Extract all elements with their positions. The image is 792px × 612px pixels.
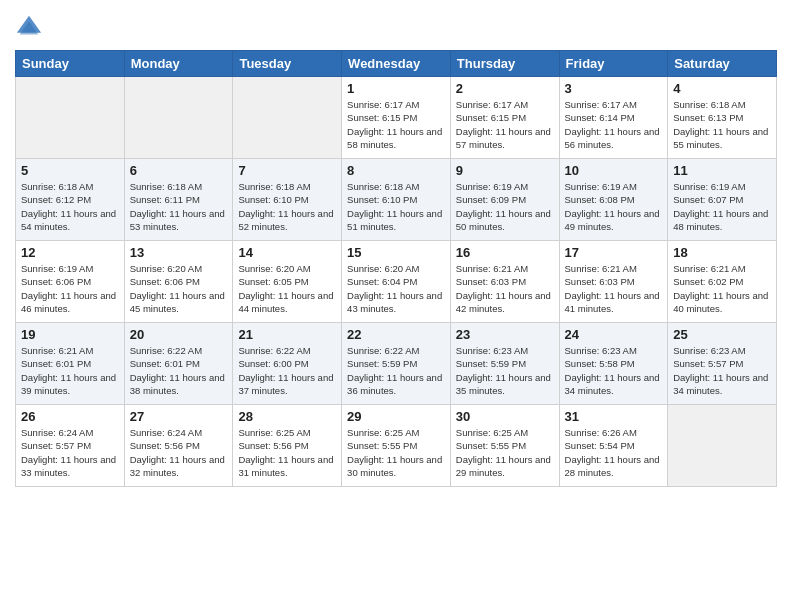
calendar-cell: 18Sunrise: 6:21 AMSunset: 6:02 PMDayligh…	[668, 241, 777, 323]
calendar-cell: 3Sunrise: 6:17 AMSunset: 6:14 PMDaylight…	[559, 77, 668, 159]
day-info: Sunrise: 6:22 AMSunset: 6:01 PMDaylight:…	[130, 344, 228, 397]
day-info: Sunrise: 6:18 AMSunset: 6:11 PMDaylight:…	[130, 180, 228, 233]
calendar-cell: 15Sunrise: 6:20 AMSunset: 6:04 PMDayligh…	[342, 241, 451, 323]
day-number: 21	[238, 327, 336, 342]
day-info: Sunrise: 6:21 AMSunset: 6:01 PMDaylight:…	[21, 344, 119, 397]
day-number: 13	[130, 245, 228, 260]
day-info: Sunrise: 6:25 AMSunset: 5:56 PMDaylight:…	[238, 426, 336, 479]
calendar-week-row: 26Sunrise: 6:24 AMSunset: 5:57 PMDayligh…	[16, 405, 777, 487]
day-number: 4	[673, 81, 771, 96]
calendar-cell: 13Sunrise: 6:20 AMSunset: 6:06 PMDayligh…	[124, 241, 233, 323]
day-number: 19	[21, 327, 119, 342]
day-number: 23	[456, 327, 554, 342]
day-info: Sunrise: 6:23 AMSunset: 5:57 PMDaylight:…	[673, 344, 771, 397]
calendar-cell: 17Sunrise: 6:21 AMSunset: 6:03 PMDayligh…	[559, 241, 668, 323]
calendar-cell: 29Sunrise: 6:25 AMSunset: 5:55 PMDayligh…	[342, 405, 451, 487]
day-number: 12	[21, 245, 119, 260]
day-info: Sunrise: 6:20 AMSunset: 6:05 PMDaylight:…	[238, 262, 336, 315]
day-number: 22	[347, 327, 445, 342]
day-info: Sunrise: 6:17 AMSunset: 6:15 PMDaylight:…	[456, 98, 554, 151]
calendar-cell: 31Sunrise: 6:26 AMSunset: 5:54 PMDayligh…	[559, 405, 668, 487]
day-info: Sunrise: 6:21 AMSunset: 6:03 PMDaylight:…	[565, 262, 663, 315]
day-number: 17	[565, 245, 663, 260]
calendar-cell: 8Sunrise: 6:18 AMSunset: 6:10 PMDaylight…	[342, 159, 451, 241]
day-info: Sunrise: 6:19 AMSunset: 6:07 PMDaylight:…	[673, 180, 771, 233]
day-info: Sunrise: 6:21 AMSunset: 6:03 PMDaylight:…	[456, 262, 554, 315]
calendar-cell: 24Sunrise: 6:23 AMSunset: 5:58 PMDayligh…	[559, 323, 668, 405]
calendar-cell: 26Sunrise: 6:24 AMSunset: 5:57 PMDayligh…	[16, 405, 125, 487]
calendar-cell	[233, 77, 342, 159]
day-number: 26	[21, 409, 119, 424]
day-number: 1	[347, 81, 445, 96]
day-info: Sunrise: 6:23 AMSunset: 5:59 PMDaylight:…	[456, 344, 554, 397]
day-number: 29	[347, 409, 445, 424]
day-number: 6	[130, 163, 228, 178]
day-info: Sunrise: 6:25 AMSunset: 5:55 PMDaylight:…	[456, 426, 554, 479]
day-number: 5	[21, 163, 119, 178]
calendar-cell: 5Sunrise: 6:18 AMSunset: 6:12 PMDaylight…	[16, 159, 125, 241]
logo-icon	[15, 14, 43, 42]
day-number: 25	[673, 327, 771, 342]
day-info: Sunrise: 6:23 AMSunset: 5:58 PMDaylight:…	[565, 344, 663, 397]
calendar-cell: 27Sunrise: 6:24 AMSunset: 5:56 PMDayligh…	[124, 405, 233, 487]
weekday-header: Wednesday	[342, 51, 451, 77]
calendar-cell: 28Sunrise: 6:25 AMSunset: 5:56 PMDayligh…	[233, 405, 342, 487]
page-container: SundayMondayTuesdayWednesdayThursdayFrid…	[0, 0, 792, 492]
day-info: Sunrise: 6:20 AMSunset: 6:04 PMDaylight:…	[347, 262, 445, 315]
calendar-cell	[668, 405, 777, 487]
day-number: 2	[456, 81, 554, 96]
calendar-cell: 12Sunrise: 6:19 AMSunset: 6:06 PMDayligh…	[16, 241, 125, 323]
calendar-cell: 16Sunrise: 6:21 AMSunset: 6:03 PMDayligh…	[450, 241, 559, 323]
day-number: 10	[565, 163, 663, 178]
day-number: 8	[347, 163, 445, 178]
calendar-week-row: 12Sunrise: 6:19 AMSunset: 6:06 PMDayligh…	[16, 241, 777, 323]
day-info: Sunrise: 6:19 AMSunset: 6:06 PMDaylight:…	[21, 262, 119, 315]
calendar-cell: 10Sunrise: 6:19 AMSunset: 6:08 PMDayligh…	[559, 159, 668, 241]
day-number: 18	[673, 245, 771, 260]
day-info: Sunrise: 6:24 AMSunset: 5:57 PMDaylight:…	[21, 426, 119, 479]
day-info: Sunrise: 6:17 AMSunset: 6:15 PMDaylight:…	[347, 98, 445, 151]
calendar-header-row: SundayMondayTuesdayWednesdayThursdayFrid…	[16, 51, 777, 77]
day-info: Sunrise: 6:20 AMSunset: 6:06 PMDaylight:…	[130, 262, 228, 315]
calendar-cell: 30Sunrise: 6:25 AMSunset: 5:55 PMDayligh…	[450, 405, 559, 487]
calendar-week-row: 1Sunrise: 6:17 AMSunset: 6:15 PMDaylight…	[16, 77, 777, 159]
day-info: Sunrise: 6:22 AMSunset: 5:59 PMDaylight:…	[347, 344, 445, 397]
day-number: 9	[456, 163, 554, 178]
calendar-cell: 6Sunrise: 6:18 AMSunset: 6:11 PMDaylight…	[124, 159, 233, 241]
day-info: Sunrise: 6:18 AMSunset: 6:13 PMDaylight:…	[673, 98, 771, 151]
day-number: 11	[673, 163, 771, 178]
day-number: 24	[565, 327, 663, 342]
day-info: Sunrise: 6:25 AMSunset: 5:55 PMDaylight:…	[347, 426, 445, 479]
day-info: Sunrise: 6:17 AMSunset: 6:14 PMDaylight:…	[565, 98, 663, 151]
day-number: 27	[130, 409, 228, 424]
day-number: 31	[565, 409, 663, 424]
day-info: Sunrise: 6:18 AMSunset: 6:12 PMDaylight:…	[21, 180, 119, 233]
calendar-cell: 11Sunrise: 6:19 AMSunset: 6:07 PMDayligh…	[668, 159, 777, 241]
calendar-table: SundayMondayTuesdayWednesdayThursdayFrid…	[15, 50, 777, 487]
day-number: 3	[565, 81, 663, 96]
calendar-cell	[16, 77, 125, 159]
day-number: 28	[238, 409, 336, 424]
day-info: Sunrise: 6:22 AMSunset: 6:00 PMDaylight:…	[238, 344, 336, 397]
weekday-header: Thursday	[450, 51, 559, 77]
weekday-header: Saturday	[668, 51, 777, 77]
logo	[15, 14, 45, 42]
weekday-header: Monday	[124, 51, 233, 77]
day-info: Sunrise: 6:19 AMSunset: 6:09 PMDaylight:…	[456, 180, 554, 233]
day-number: 7	[238, 163, 336, 178]
calendar-cell: 14Sunrise: 6:20 AMSunset: 6:05 PMDayligh…	[233, 241, 342, 323]
calendar-cell: 4Sunrise: 6:18 AMSunset: 6:13 PMDaylight…	[668, 77, 777, 159]
day-number: 15	[347, 245, 445, 260]
calendar-cell: 19Sunrise: 6:21 AMSunset: 6:01 PMDayligh…	[16, 323, 125, 405]
day-info: Sunrise: 6:18 AMSunset: 6:10 PMDaylight:…	[347, 180, 445, 233]
day-info: Sunrise: 6:21 AMSunset: 6:02 PMDaylight:…	[673, 262, 771, 315]
calendar-cell: 21Sunrise: 6:22 AMSunset: 6:00 PMDayligh…	[233, 323, 342, 405]
calendar-cell: 20Sunrise: 6:22 AMSunset: 6:01 PMDayligh…	[124, 323, 233, 405]
day-info: Sunrise: 6:18 AMSunset: 6:10 PMDaylight:…	[238, 180, 336, 233]
calendar-cell	[124, 77, 233, 159]
calendar-cell: 2Sunrise: 6:17 AMSunset: 6:15 PMDaylight…	[450, 77, 559, 159]
calendar-cell: 25Sunrise: 6:23 AMSunset: 5:57 PMDayligh…	[668, 323, 777, 405]
weekday-header: Tuesday	[233, 51, 342, 77]
day-number: 16	[456, 245, 554, 260]
day-info: Sunrise: 6:24 AMSunset: 5:56 PMDaylight:…	[130, 426, 228, 479]
